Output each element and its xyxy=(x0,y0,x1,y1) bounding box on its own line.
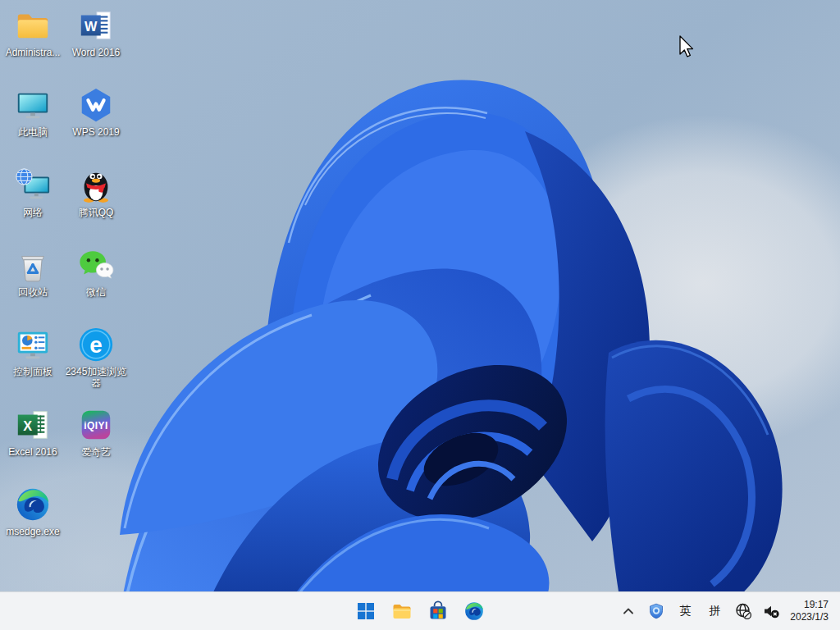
desktop-icon-wechat[interactable]: 微信 xyxy=(65,246,127,298)
desktop-icon-label: msedge.exe xyxy=(6,526,59,537)
recycle-bin-icon xyxy=(14,246,52,284)
desktop-icon-label: Word 2016 xyxy=(72,47,120,58)
iqiyi-icon: iQIYI xyxy=(77,406,115,444)
svg-text:iQIYI: iQIYI xyxy=(84,420,108,431)
desktop-icon-label: Excel 2016 xyxy=(8,446,57,458)
security-shield-icon xyxy=(646,601,666,621)
clock-date: 2023/1/3 xyxy=(790,611,829,623)
clock-time: 19:17 xyxy=(790,599,829,611)
start-icon xyxy=(355,600,377,622)
this-pc-monitor-icon xyxy=(14,86,52,124)
desktop-icon-wps-2019[interactable]: WPS 2019 xyxy=(65,86,127,138)
desktop-icon-msedge[interactable]: msedge.exe xyxy=(2,486,64,537)
folder-icon xyxy=(14,7,52,44)
start-button[interactable] xyxy=(349,595,382,628)
desktop-icon-label: 微信 xyxy=(86,286,106,298)
desktop-icon-label: 回收站 xyxy=(18,286,48,298)
file-explorer-button[interactable] xyxy=(386,595,418,628)
chevron-up-icon xyxy=(619,601,638,621)
tray-network-status[interactable] xyxy=(729,596,757,626)
wps-hexagon-icon xyxy=(77,86,115,124)
desktop-icon-excel-2016[interactable]: X Excel 2016 xyxy=(2,406,64,458)
desktop-icon-label: Administra... xyxy=(6,47,61,58)
edge-icon xyxy=(14,486,52,523)
edge-button[interactable] xyxy=(458,595,491,628)
desktop-icon-label: 网络 xyxy=(23,207,43,218)
svg-text:X: X xyxy=(23,418,32,433)
system-tray: 英 拼 19:17 2023/1/3 xyxy=(614,592,835,630)
qq-penguin-icon xyxy=(77,167,115,204)
desktop-icon-label: 此电脑 xyxy=(18,126,48,138)
tray-overflow-button[interactable] xyxy=(614,596,642,626)
tray-volume-status[interactable] xyxy=(757,596,785,626)
wechat-bubbles-icon xyxy=(77,246,115,284)
desktop-icon-iqiyi[interactable]: iQIYI 爱奇艺 xyxy=(65,406,127,458)
file-explorer-icon xyxy=(391,600,413,622)
desktop-icon-label: 2345加速浏览器 xyxy=(65,366,127,389)
excel-icon: X xyxy=(14,406,52,444)
taskbar-clock[interactable]: 19:17 2023/1/3 xyxy=(785,599,835,623)
desktop-icon-label: 爱奇艺 xyxy=(81,446,111,458)
ime-pinyin-indicator[interactable]: 拼 xyxy=(700,596,729,626)
2345-browser-icon: e xyxy=(77,326,115,363)
svg-text:W: W xyxy=(84,19,98,34)
word-icon: W xyxy=(77,7,115,44)
desktop-icon-2345-browser[interactable]: e 2345加速浏览器 xyxy=(65,326,127,389)
desktop-icon-network[interactable]: 网络 xyxy=(2,167,64,218)
taskbar-center-group xyxy=(349,592,491,630)
ime-language-indicator[interactable]: 英 xyxy=(670,596,700,626)
network-monitor-globe-icon xyxy=(14,167,52,204)
taskbar: 英 拼 19:17 2023/1/3 xyxy=(0,591,840,630)
microsoft-store-icon xyxy=(427,600,449,622)
edge-icon xyxy=(463,600,485,622)
desktop-icon-label: WPS 2019 xyxy=(72,126,119,138)
control-panel-icon xyxy=(14,326,52,363)
desktop-icon-label: 腾讯QQ xyxy=(79,207,114,218)
desktop-icon-recycle-bin[interactable]: 回收站 xyxy=(2,246,64,298)
volume-muted-icon xyxy=(761,601,781,621)
desktop-icon-this-pc[interactable]: 此电脑 xyxy=(2,86,64,138)
desktop-icon-administrator[interactable]: Administra... xyxy=(2,7,64,58)
desktop-icon-label: 控制面板 xyxy=(13,366,52,377)
microsoft-store-button[interactable] xyxy=(422,595,454,628)
desktop-icon-word-2016[interactable]: W Word 2016 xyxy=(65,7,127,58)
svg-text:e: e xyxy=(89,332,102,358)
desktop-icon-control-panel[interactable]: 控制面板 xyxy=(2,326,64,377)
globe-offline-icon xyxy=(733,601,753,621)
tray-security-shield[interactable] xyxy=(642,596,670,626)
desktop-icon-tencent-qq[interactable]: 腾讯QQ xyxy=(65,167,127,218)
